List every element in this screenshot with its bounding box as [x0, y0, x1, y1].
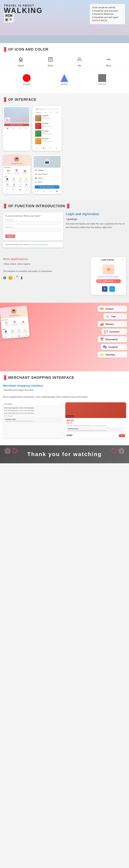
feature-reservation[interactable]: 📅 Reservation: [98, 336, 127, 342]
last-name-input[interactable]: [5, 228, 61, 232]
food-item-1[interactable]: Ms Kangpe ★★★★ 800p Salted Egg Yolk...: [34, 115, 60, 122]
pink-comment[interactable]: 💬 Comment: [10, 330, 15, 334]
pink-favorites[interactable]: ⭐ Favorites: [23, 329, 28, 333]
hero-highlight: GOOLA $44.95: [92, 19, 123, 22]
pink-passport-icon: 📘: [4, 330, 7, 333]
food-thumb-2: [35, 123, 41, 129]
settings-item-survey[interactable]: Survey: [34, 176, 61, 180]
message-item[interactable]: ✉️ Message: [18, 183, 23, 187]
pink-delivery-icon: 🚚: [22, 320, 24, 323]
pink-opinion[interactable]: 📝 Opinion: [17, 329, 21, 333]
feature-cart[interactable]: 🛒 Cart: [103, 313, 127, 319]
reset-password-link[interactable]: reset your password: [34, 244, 48, 246]
last-name-label: Last name*: [5, 226, 61, 228]
envelope-icon-row[interactable]: 📩: [14, 276, 20, 280]
feature-delivery[interactable]: 🚚 Delivery: [98, 321, 127, 327]
login-desc-title: Login and registration: [66, 212, 126, 216]
food-item-2[interactable]: Ms Kangpe ★★★★ 800p Salted Egg Yolk...: [34, 122, 60, 130]
food-list-close[interactable]: ✕: [61, 403, 63, 405]
coupon-item[interactable]: 🎫 Coupon: [6, 169, 10, 174]
settings-item-invite[interactable]: Invite Friends: [34, 172, 61, 176]
become-merchant-button[interactable]: Become a Merchant: [35, 185, 59, 189]
message-icon: ✉️: [19, 183, 22, 185]
nav-icon-store[interactable]: Store: [47, 57, 53, 67]
twitter-button[interactable]: 🐦: [109, 286, 115, 292]
comment-card-icon: 💬: [104, 330, 108, 334]
nav-dot-9: [6, 189, 7, 190]
reservation-icon: 📅: [15, 169, 18, 172]
pink-coupon[interactable]: 🎫 Coupon: [4, 322, 9, 326]
svg-rect-6: [10, 19, 10, 19]
more-apps-bullets: • More choice , More options The interfa…: [3, 262, 88, 273]
thank-you-section: 🌸🌺 🌺🌸 Thank you for watching: [0, 445, 129, 463]
reservation-item[interactable]: 📅 Reservation: [13, 169, 20, 174]
submit-button[interactable]: submit: [5, 235, 15, 238]
service-label: Service: [25, 186, 28, 187]
tools-section: Tools › 📘 Passport 💬 Comment 📝 Opinion: [3, 175, 30, 182]
pink-passport[interactable]: 📘 Passport: [3, 330, 8, 334]
opinion-item[interactable]: 📝 Opinion: [18, 178, 22, 182]
tools-row1: 📘 Passport 💬 Comment 📝 Opinion ⭐ Favorit…: [4, 178, 29, 182]
food-search-bar[interactable]: 🔍 Search...: [35, 108, 59, 111]
passport-item[interactable]: 📘 Passport: [5, 178, 10, 182]
gear-icon-row[interactable]: ⚙: [3, 276, 6, 280]
message-label: Message: [18, 186, 23, 187]
comment-item[interactable]: 💬 Comment: [11, 178, 16, 182]
invite-title: Invite Friends: [101, 259, 114, 261]
store-icon: [47, 57, 53, 63]
invite-menu-icon[interactable]: ⋯: [122, 258, 124, 261]
icon-color-title: OF ICON AND COLOR: [8, 48, 49, 52]
phone-cta-btn[interactable]: Become a Merchant: [4, 124, 29, 126]
purchase-notice-text: These prices may vary and without taxes …: [5, 421, 61, 422]
volunteer-item[interactable]: 🤝 Volunteer: [5, 183, 10, 187]
service-item[interactable]: 🛎 Service: [25, 183, 28, 187]
pink-delivery[interactable]: 🚚 Delivery: [21, 320, 25, 324]
settings-item-about[interactable]: About: [34, 180, 61, 184]
food-thumb-4: [35, 138, 41, 144]
favorites-item[interactable]: ⭐ Favorites: [24, 178, 28, 182]
invite-back-icon[interactable]: ‹: [93, 258, 94, 261]
svg-point-20: [108, 59, 109, 60]
invite-header: ‹ Invite Friends ⋯: [91, 257, 126, 262]
filter-area[interactable]: Area: [44, 112, 47, 113]
tools-label: Tools: [4, 176, 7, 178]
smiley-icon-row[interactable]: 😊: [8, 276, 13, 280]
pink-reservation[interactable]: 📅 Reservation: [11, 321, 18, 325]
buy-price-label: ¥1002: [66, 434, 72, 436]
nav-icon-more[interactable]: More: [106, 57, 111, 67]
feature-coupon[interactable]: 🎫 Coupon: [98, 306, 127, 312]
feature-favorites[interactable]: ⭐ Favorites: [98, 351, 127, 358]
first-name-input[interactable]: [5, 221, 61, 225]
icons-row: ⚙ 😊 📩 ℹ: [3, 276, 88, 280]
statistics-item[interactable]: 📊 Statistics: [11, 183, 16, 187]
nav-icon-me[interactable]: Me: [77, 57, 82, 67]
buy-button[interactable]: Buy: [119, 434, 125, 437]
orders-row: 🎫 Coupon 📅 Reservation 🚚 Delivery: [4, 168, 29, 175]
settings-dot-3: [35, 178, 37, 179]
profile-avatar: 👧: [14, 156, 20, 162]
info-icon-row[interactable]: ℹ: [21, 276, 23, 280]
food-desc-2: 800p Salted Egg Yolk...: [42, 126, 59, 127]
food-item-3[interactable]: Ms Kangpe ★★★ 800p Salted Egg Yolk...: [34, 130, 60, 137]
filter-category[interactable]: Category: [36, 112, 41, 113]
filter-filter[interactable]: Filter: [56, 112, 58, 113]
nav-icon-home[interactable]: Home: [18, 57, 24, 67]
first-name-label: First name*: [5, 219, 61, 221]
nav-me-label: Me: [78, 64, 81, 67]
settings-item-settings[interactable]: Settings: [34, 168, 61, 172]
facebook-button[interactable]: f: [102, 286, 107, 292]
feature-comment[interactable]: 💬 Comment: [102, 329, 127, 335]
food-item-4[interactable]: Ms Kangpe ★★★★ 800p Salted Egg Yolk...: [34, 137, 60, 145]
feature-footprint[interactable]: 👣 Footprint: [101, 344, 127, 350]
section-indicator-3: [4, 204, 6, 209]
delivery-item[interactable]: 🚚 Delivery: [23, 169, 27, 174]
restaurant-desc: Nikola Café - $49.00 for a Better Level …: [66, 425, 125, 427]
filter-sort[interactable]: Sort: [50, 112, 52, 113]
food-desc-4: 800p Salted Egg Yolk...: [42, 141, 59, 142]
settings-label-4: About: [38, 181, 42, 183]
login-link[interactable]: login: [28, 244, 32, 246]
nav-dot-12: [26, 189, 27, 190]
invite-friends-button[interactable]: Invite friends: [96, 279, 121, 283]
food-thumb-1: [35, 115, 41, 121]
nav-dot-13: [37, 191, 38, 192]
